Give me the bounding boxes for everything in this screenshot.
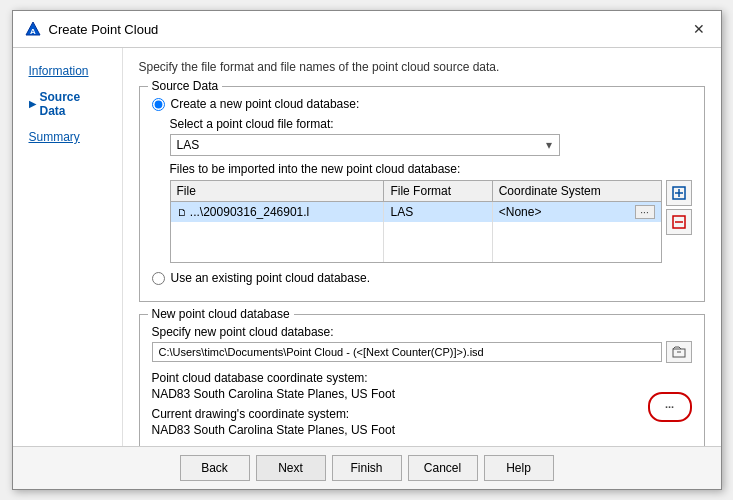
- help-button[interactable]: Help: [484, 455, 554, 481]
- sidebar-item-summary[interactable]: Summary: [21, 126, 114, 148]
- source-data-section: Source Data Create a new point cloud dat…: [139, 86, 705, 302]
- current-coord-row: Current drawing's coordinate system: NAD…: [152, 407, 640, 437]
- coord-text-block: Point cloud database coordinate system: …: [152, 371, 640, 443]
- format-select-row: Select a point cloud file format: LAS: [170, 117, 692, 156]
- new-db-section: New point cloud database Specify new poi…: [139, 314, 705, 446]
- add-icon: [671, 185, 687, 201]
- create-new-label: Create a new point cloud database:: [171, 97, 360, 111]
- format-select[interactable]: LAS: [170, 134, 560, 156]
- create-new-radio-row: Create a new point cloud database:: [152, 97, 692, 111]
- browse-icon: [672, 346, 686, 358]
- current-coord-value: NAD83 South Carolina State Planes, US Fo…: [152, 423, 640, 437]
- coord-system-value: NAD83 South Carolina State Planes, US Fo…: [152, 387, 640, 401]
- db-path-label: Specify new point cloud database:: [152, 325, 692, 339]
- file-icon: 🗋: [177, 207, 187, 218]
- title-bar-left: A Create Point Cloud: [25, 21, 159, 37]
- files-area: File File Format Coordinate System 🗋: [170, 180, 692, 263]
- source-data-legend: Source Data: [148, 79, 223, 93]
- use-existing-radio[interactable]: [152, 272, 165, 285]
- sidebar-item-information-label: Information: [29, 64, 89, 78]
- main-content: Specify the file format and file names o…: [123, 48, 721, 446]
- db-path-input-row: [152, 341, 692, 363]
- dialog-footer: Back Next Finish Cancel Help: [13, 446, 721, 489]
- new-db-legend: New point cloud database: [148, 307, 294, 321]
- coord-system-label: Point cloud database coordinate system:: [152, 371, 640, 385]
- file-table-header: File File Format Coordinate System: [171, 181, 661, 202]
- coord-none: <None>: [499, 205, 542, 219]
- close-button[interactable]: ✕: [689, 19, 709, 39]
- create-point-cloud-dialog: A Create Point Cloud ✕ Information Sourc…: [12, 10, 722, 490]
- files-label: Files to be imported into the new point …: [170, 162, 692, 176]
- use-existing-radio-row: Use an existing point cloud database.: [152, 271, 692, 285]
- back-button[interactable]: Back: [180, 455, 250, 481]
- col-format: File Format: [384, 181, 492, 202]
- db-path-row: Specify new point cloud database:: [152, 325, 692, 363]
- delete-file-button[interactable]: [666, 209, 692, 235]
- table-row[interactable]: 🗋 ...\20090316_246901.l LAS <None> ···: [171, 202, 661, 223]
- sidebar-item-source-data[interactable]: Source Data: [21, 86, 114, 122]
- coord-btn-row: Point cloud database coordinate system: …: [152, 371, 692, 443]
- format-select-wrapper: LAS: [170, 134, 560, 156]
- use-existing-label: Use an existing point cloud database.: [171, 271, 370, 285]
- format-select-label: Select a point cloud file format:: [170, 117, 692, 131]
- description-text: Specify the file format and file names o…: [139, 60, 705, 74]
- sidebar: Information Source Data Summary: [13, 48, 123, 446]
- next-button[interactable]: Next: [256, 455, 326, 481]
- file-path: ...\20090316_246901.l: [190, 205, 309, 219]
- db-path-input[interactable]: [152, 342, 662, 362]
- add-file-button[interactable]: [666, 180, 692, 206]
- sidebar-item-summary-label: Summary: [29, 130, 80, 144]
- dialog-body: Information Source Data Summary Specify …: [13, 48, 721, 446]
- create-new-radio[interactable]: [152, 98, 165, 111]
- coord-system-row: Point cloud database coordinate system: …: [152, 371, 640, 401]
- file-table: File File Format Coordinate System 🗋: [171, 181, 661, 262]
- svg-text:A: A: [30, 27, 36, 36]
- title-bar: A Create Point Cloud ✕: [13, 11, 721, 48]
- file-table-container: File File Format Coordinate System 🗋: [170, 180, 662, 263]
- dialog-title: Create Point Cloud: [49, 22, 159, 37]
- file-table-body: 🗋 ...\20090316_246901.l LAS <None> ···: [171, 202, 661, 263]
- delete-icon: [671, 214, 687, 230]
- table-action-buttons: [666, 180, 692, 235]
- format-cell: LAS: [384, 202, 492, 223]
- svg-rect-7: [673, 349, 685, 357]
- finish-button[interactable]: Finish: [332, 455, 402, 481]
- cancel-button[interactable]: Cancel: [408, 455, 478, 481]
- file-cell: 🗋 ...\20090316_246901.l: [171, 202, 384, 223]
- coord-dots-button[interactable]: ···: [635, 205, 655, 219]
- table-row-empty-1: [171, 222, 661, 242]
- app-icon: A: [25, 21, 41, 37]
- file-table-header-row: File File Format Coordinate System: [171, 181, 661, 202]
- sidebar-item-information[interactable]: Information: [21, 60, 114, 82]
- table-row-empty-2: [171, 242, 661, 262]
- col-coord: Coordinate System: [492, 181, 660, 202]
- browse-db-button[interactable]: [666, 341, 692, 363]
- sidebar-item-source-data-label: Source Data: [40, 90, 106, 118]
- files-section: Files to be imported into the new point …: [170, 162, 692, 263]
- coord-cell: <None> ···: [492, 202, 660, 223]
- coord-ellipsis-button[interactable]: ···: [648, 392, 692, 422]
- col-file: File: [171, 181, 384, 202]
- current-coord-label: Current drawing's coordinate system:: [152, 407, 640, 421]
